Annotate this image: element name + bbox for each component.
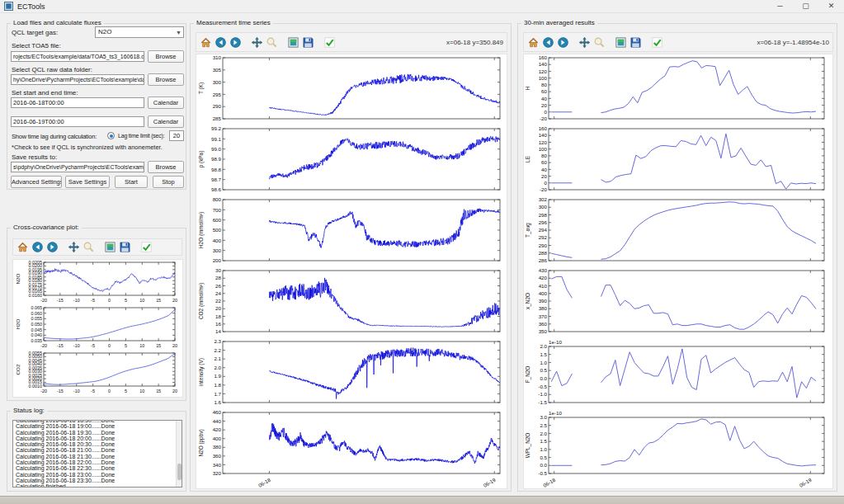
plot-cc-co2[interactable]: 0.00100.00150.00200.00250.00300.00350.00… xyxy=(13,351,181,396)
svg-text:-15: -15 xyxy=(57,389,64,393)
back-icon[interactable] xyxy=(215,36,227,49)
advanced-settings-button[interactable]: Advanced Settings xyxy=(11,176,62,188)
plot-F_N2O[interactable]: -1.5-1.0-0.50.00.51.01.52.01e-10F_N2O xyxy=(524,338,831,409)
start-time-input[interactable]: 2016-06-18T00:00 xyxy=(11,97,144,108)
save-browse-button[interactable]: Browse xyxy=(148,161,184,173)
close-button[interactable]: ✕ xyxy=(818,0,844,13)
avg-canvas[interactable]: -20020406080100120140160H-20020406080100… xyxy=(523,54,833,489)
plot-p[interactable]: 98.698.798.898.999.099.199.2p (kPa) xyxy=(196,125,505,196)
zoom-icon[interactable] xyxy=(83,241,95,253)
subplots-icon[interactable] xyxy=(104,241,116,253)
save-results-label: Save results to: xyxy=(12,153,57,161)
forward-icon[interactable] xyxy=(229,36,242,49)
svg-text:310: 310 xyxy=(213,54,222,60)
svg-text:H: H xyxy=(525,86,530,90)
plot-H[interactable]: -20020406080100120140160H xyxy=(524,54,831,125)
plot-cc-h2o[interactable]: 0.0350.0400.0450.0500.0550.0600.065-20-1… xyxy=(13,305,181,351)
plot-n2o[interactable]: 32034036038040042044046006-1806-19N2O (p… xyxy=(196,409,505,492)
svg-text:0: 0 xyxy=(108,389,111,393)
save-icon[interactable] xyxy=(629,36,642,49)
plot-h2o[interactable]: 200300400500600700800H2O (mmol/m³) xyxy=(196,196,505,267)
svg-text:20: 20 xyxy=(172,389,177,393)
lag-limit-input[interactable]: 20 xyxy=(169,130,184,141)
lag-radio[interactable] xyxy=(107,132,115,139)
end-time-input[interactable]: 2016-06-19T00:00 xyxy=(11,116,144,127)
plot-WPL_N2O[interactable]: -0.50.00.51.01.52.02.53.006-1806-191e-10… xyxy=(524,409,831,492)
cc-canvas[interactable]: 0.01600.01650.01700.01750.01800.01850.01… xyxy=(12,259,183,398)
svg-text:-5: -5 xyxy=(91,343,95,348)
qcl-gas-value: N2O xyxy=(98,28,111,35)
check-icon[interactable] xyxy=(140,241,153,253)
plot-T_avg[interactable]: 286288290292294296298300302T_avg xyxy=(524,196,831,267)
plot-LE[interactable]: -20020406080100120140160LE xyxy=(524,125,831,196)
svg-text:300: 300 xyxy=(539,204,548,210)
back-icon[interactable] xyxy=(31,241,44,253)
svg-text:440: 440 xyxy=(213,418,222,424)
zoom-icon[interactable] xyxy=(593,36,606,49)
time-label: Set start and end time: xyxy=(12,89,78,97)
start-button[interactable]: Start xyxy=(115,176,148,188)
log-scrollbar[interactable] xyxy=(176,421,182,487)
save-results-input[interactable]: s\pdphy\OneDrive\PycharmProjects\ECTools… xyxy=(11,162,144,172)
svg-text:305: 305 xyxy=(213,67,222,73)
svg-text:99.0: 99.0 xyxy=(211,146,222,152)
save-icon[interactable] xyxy=(119,241,131,253)
svg-text:40: 40 xyxy=(541,167,547,172)
maximize-button[interactable]: ▢ xyxy=(793,0,818,13)
mts-canvas[interactable]: 285290295300305310T (K)98.698.798.898.99… xyxy=(196,54,507,489)
svg-text:CO2: CO2 xyxy=(15,364,21,374)
end-calendar-button[interactable]: Calendar xyxy=(148,115,184,128)
plot-cc-n2o[interactable]: 0.01600.01650.01700.01750.01800.01850.01… xyxy=(13,260,181,305)
stop-button[interactable]: Stop xyxy=(153,176,184,188)
pan-icon[interactable] xyxy=(68,241,80,253)
pan-icon[interactable] xyxy=(251,36,263,49)
pan-icon[interactable] xyxy=(578,36,591,49)
log-scrollbar-thumb[interactable] xyxy=(177,464,182,480)
svg-text:1.5: 1.5 xyxy=(540,438,547,444)
svg-text:10: 10 xyxy=(139,389,144,393)
save-icon[interactable] xyxy=(302,36,314,49)
status-log-box[interactable]: Calculating 2016-06-18 18:30......DoneCa… xyxy=(12,420,182,488)
toa5-input[interactable]: rojects/ECTools/example/data/TOA5_ts3_16… xyxy=(11,51,144,62)
svg-text:15: 15 xyxy=(156,343,161,348)
start-calendar-button[interactable]: Calendar xyxy=(148,97,184,109)
home-icon[interactable] xyxy=(527,36,540,49)
svg-text:0.045: 0.045 xyxy=(31,327,43,332)
forward-icon[interactable] xyxy=(46,241,59,253)
svg-text:99.2: 99.2 xyxy=(211,125,222,131)
subplots-icon[interactable] xyxy=(615,36,627,49)
minimize-button[interactable]: ─ xyxy=(767,0,793,13)
window-title: ECTools xyxy=(17,2,45,11)
plot-intensity[interactable]: 1.61.71.81.92.02.12.22.3intensity (V) xyxy=(196,338,505,409)
mts-toolbar: x=06-18 y=350.849 xyxy=(196,32,507,52)
qcl-folder-input[interactable]: hy\OneDrive\PycharmProjects\ECTools\exam… xyxy=(11,74,144,85)
zoom-icon[interactable] xyxy=(266,36,278,49)
status-log-panel: Status log: Calculating 2016-06-18 18:30… xyxy=(7,411,186,492)
check-icon[interactable] xyxy=(323,36,336,49)
qcl-gas-select[interactable]: N2O ▼ xyxy=(95,26,184,38)
svg-text:1.9: 1.9 xyxy=(214,373,221,379)
qcl-folder-browse-button[interactable]: Browse xyxy=(148,73,184,86)
plot-co2[interactable]: 141618202224262830CO2 (mmol/m³) xyxy=(196,267,505,338)
svg-text:H2O (mmol/m³): H2O (mmol/m³) xyxy=(198,212,205,248)
averaged-title: 30-min averaged results xyxy=(521,19,597,26)
toa5-browse-button[interactable]: Browse xyxy=(148,50,184,63)
forward-icon[interactable] xyxy=(557,36,569,49)
plot-x_N2O[interactable]: 350360370380390400410420430x_N2O xyxy=(524,267,831,338)
plot-T[interactable]: 285290295300305310T (K) xyxy=(196,54,505,125)
svg-text:-10: -10 xyxy=(73,343,80,348)
svg-text:14: 14 xyxy=(215,328,221,334)
svg-text:20: 20 xyxy=(172,298,177,303)
svg-text:x_N2O: x_N2O xyxy=(525,293,531,309)
svg-text:420: 420 xyxy=(539,275,548,280)
svg-text:15: 15 xyxy=(156,389,161,393)
back-icon[interactable] xyxy=(542,36,554,49)
subplots-icon[interactable] xyxy=(287,36,299,49)
status-log-title: Status log: xyxy=(11,407,47,414)
check-icon[interactable] xyxy=(651,36,663,49)
save-settings-button[interactable]: Save Settings xyxy=(65,176,110,188)
svg-text:390: 390 xyxy=(539,298,548,304)
home-icon[interactable] xyxy=(200,36,212,49)
home-icon[interactable] xyxy=(17,241,29,253)
svg-text:-20: -20 xyxy=(540,115,548,121)
